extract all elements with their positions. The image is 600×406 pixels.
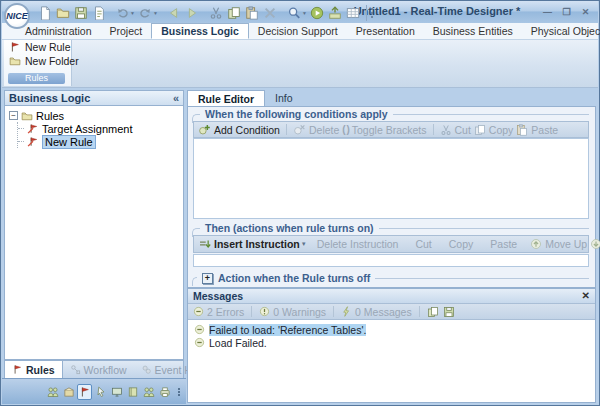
nice-logo: NICE <box>4 3 30 29</box>
delete-condition-button[interactable]: Delete <box>293 123 339 136</box>
minimize-button[interactable]: — <box>540 6 555 19</box>
left-panel-title: Business Logic <box>9 92 90 104</box>
undo-dropdown-icon[interactable]: ▼ <box>130 10 135 16</box>
rule-editor-panel: Rule Editor Info When the following cond… <box>187 90 596 403</box>
tab-presentation[interactable]: Presentation <box>347 23 424 39</box>
new-folder-button[interactable]: New Folder <box>4 54 71 68</box>
tree-node-new-rule[interactable]: New Rule <box>18 135 183 148</box>
new-rule-button[interactable]: New Rule <box>4 40 71 54</box>
tree-node-target-assignment[interactable]: Target Assignment <box>18 122 183 135</box>
save-messages-icon[interactable] <box>443 306 455 318</box>
tab-decision-support[interactable]: Decision Support <box>249 23 347 39</box>
copy-instruction-button[interactable]: Copy <box>449 238 474 250</box>
collapse-expander-icon[interactable]: − <box>9 111 18 120</box>
tab-info[interactable]: Info <box>265 90 303 106</box>
off-group-title: Action when the Rule turns off <box>218 272 370 284</box>
messages-title: Messages <box>193 290 243 302</box>
delete-instruction-button[interactable]: Delete Instruction <box>317 238 399 250</box>
ribbon: New Rule New Folder Rules <box>2 40 598 88</box>
cut-instruction-button[interactable]: Cut <box>415 238 431 250</box>
error-icon <box>194 324 205 335</box>
package-icon[interactable] <box>61 384 76 400</box>
redo-dropdown-icon[interactable]: ▼ <box>153 10 158 16</box>
users-icon[interactable] <box>45 384 60 400</box>
reference-tables-icon[interactable] <box>346 6 360 20</box>
tree-node-label: Target Assignment <box>42 123 133 135</box>
move-up-icon <box>530 238 542 250</box>
pointer-icon[interactable] <box>93 384 108 400</box>
tab-physical-objects[interactable]: Physical Objects <box>522 23 600 39</box>
copy-icon[interactable] <box>227 6 241 20</box>
maximize-button[interactable]: ❒ <box>559 6 574 19</box>
messages-filter-button[interactable]: 0 Messages <box>341 306 412 318</box>
back-icon[interactable] <box>167 6 181 20</box>
editor-tabs: Rule Editor Info <box>187 90 596 106</box>
message-icon <box>341 306 352 317</box>
move-down-button[interactable]: Move Down <box>590 238 600 250</box>
paste-icon[interactable] <box>245 6 259 20</box>
add-condition-button[interactable]: Add Condition <box>198 123 280 136</box>
search-icon[interactable] <box>287 6 301 20</box>
delete-icon[interactable] <box>263 6 277 20</box>
move-down-icon <box>590 238 600 250</box>
conditions-area[interactable] <box>193 138 589 219</box>
tab-business-logic[interactable]: Business Logic <box>151 23 249 39</box>
new-document-icon[interactable] <box>38 6 52 20</box>
menu-tab-row: Administration Project Business Logic De… <box>2 23 598 40</box>
insert-instruction-button[interactable]: Insert Instruction ▼ <box>198 238 308 251</box>
message-row[interactable]: Load Failed. <box>194 336 595 349</box>
publish-icon[interactable] <box>328 6 342 20</box>
cut-condition-button[interactable]: Cut <box>440 124 471 136</box>
rules-flag-icon[interactable] <box>77 384 92 400</box>
rules-tree: − Rules Target Assignment New Rule <box>4 106 184 360</box>
messages-list: Failed to load: 'Reference Tables'. Load… <box>188 320 595 402</box>
then-toolbar: Insert Instruction ▼ Delete Instruction … <box>193 235 589 253</box>
operators-icon[interactable] <box>141 384 156 400</box>
paste-icon <box>516 124 528 136</box>
copy-messages-icon[interactable] <box>427 306 439 318</box>
open-icon[interactable] <box>56 6 70 20</box>
folder-icon <box>9 55 21 67</box>
add-condition-icon <box>198 123 211 136</box>
message-row[interactable]: Failed to load: 'Reference Tables'. <box>194 323 595 336</box>
insert-dropdown-icon: ▼ <box>301 241 307 247</box>
tab-workflow[interactable]: Workflow <box>63 361 134 378</box>
errors-filter-button[interactable]: 2 Errors <box>193 306 244 318</box>
collapse-panel-icon[interactable]: « <box>173 92 179 104</box>
then-group-label: Then (actions when rule turns on) <box>192 222 589 234</box>
toggle-brackets-button[interactable]: ( ) Toggle Brackets <box>342 124 426 136</box>
save-icon[interactable] <box>74 6 88 20</box>
messages-panel: Messages ✕ 2 Errors 0 Warnings 0 Message… <box>187 288 596 403</box>
tab-administration[interactable]: Administration <box>16 23 101 39</box>
run-icon[interactable] <box>310 6 324 20</box>
close-messages-icon[interactable]: ✕ <box>582 291 590 301</box>
redo-icon[interactable] <box>138 6 152 20</box>
then-group-title: Then (actions when rule turns on) <box>205 222 374 234</box>
printer-icon[interactable] <box>157 384 172 400</box>
move-up-button[interactable]: Move Up <box>530 238 587 250</box>
tab-project[interactable]: Project <box>101 23 152 39</box>
paste-instruction-button[interactable]: Paste <box>490 238 517 250</box>
tab-rules[interactable]: Rules <box>5 361 63 378</box>
expand-off-group-button[interactable]: + <box>202 273 213 284</box>
warnings-filter-button[interactable]: 0 Warnings <box>259 306 326 318</box>
save-as-icon[interactable] <box>92 6 106 20</box>
copy-condition-button[interactable]: Copy <box>474 124 514 136</box>
error-icon <box>193 306 204 317</box>
tab-workflow-label: Workflow <box>84 364 127 376</box>
cut-icon[interactable] <box>209 6 223 20</box>
tree-node-rules[interactable]: − Rules <box>9 109 183 122</box>
undo-icon[interactable] <box>116 6 130 20</box>
close-button[interactable]: ✕ <box>578 6 593 19</box>
strip-overflow-icon[interactable] <box>175 391 183 393</box>
monitor-icon[interactable] <box>109 384 124 400</box>
tab-business-entities[interactable]: Business Entities <box>424 23 522 39</box>
toolbar-overflow-icon[interactable] <box>366 5 378 21</box>
instructions-area[interactable] <box>193 254 589 267</box>
search-dropdown-icon[interactable]: ▼ <box>302 10 307 16</box>
insert-instruction-icon <box>198 238 211 251</box>
paste-condition-button[interactable]: Paste <box>516 124 558 136</box>
tab-rule-editor[interactable]: Rule Editor <box>187 90 265 106</box>
forward-icon[interactable] <box>185 6 199 20</box>
catalog-icon[interactable] <box>125 384 140 400</box>
